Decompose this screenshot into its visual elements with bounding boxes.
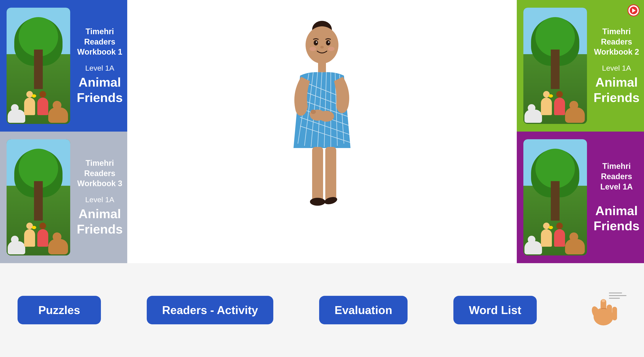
workbook2-book-title: Animal Friends bbox=[594, 74, 640, 105]
readers-activity-button[interactable]: Readers - Activity bbox=[147, 296, 273, 324]
book-cover-readers bbox=[523, 139, 587, 256]
svg-rect-37 bbox=[607, 304, 612, 320]
tree-trunk-2 bbox=[551, 50, 560, 89]
book-cover-1 bbox=[6, 8, 70, 124]
workbook3-title-line2: Friends bbox=[77, 222, 123, 236]
readers-book-title: Animal Friends bbox=[594, 203, 640, 234]
kid-2-r bbox=[554, 229, 565, 247]
workbook1-book-title: Animal Friends bbox=[77, 74, 123, 105]
svg-point-4 bbox=[306, 26, 338, 64]
notification-badge bbox=[628, 4, 640, 16]
goat-3 bbox=[8, 241, 25, 254]
center-panel bbox=[127, 0, 517, 263]
book-cover-2 bbox=[523, 8, 587, 124]
readers-title: Timehri Readers Level 1A bbox=[594, 161, 640, 192]
dog-2 bbox=[565, 108, 585, 123]
kid-1-3 bbox=[24, 229, 35, 247]
workbook3-title-line1: Animal bbox=[78, 206, 121, 221]
bird-r bbox=[548, 226, 553, 229]
book-info-readers: Timehri Readers Level 1A Animal Friends bbox=[594, 161, 640, 234]
hand-pointer-container bbox=[582, 288, 626, 332]
tree-trunk-r bbox=[551, 181, 560, 220]
svg-point-8 bbox=[328, 42, 330, 43]
girl-avatar-svg bbox=[265, 16, 379, 247]
workbook3-book-title: Animal Friends bbox=[77, 206, 123, 236]
svg-point-5 bbox=[314, 40, 318, 46]
dog-r bbox=[565, 239, 585, 254]
right-panel: Timehri Readers Workbook 2 Level 1A Anim… bbox=[517, 0, 644, 263]
goat-r bbox=[524, 241, 542, 254]
workbook3-level: Level 1A bbox=[77, 196, 123, 204]
notification-inner bbox=[630, 6, 638, 14]
bird bbox=[32, 94, 36, 98]
motion-lines bbox=[609, 292, 626, 299]
bottom-bar: Puzzles Readers - Activity Evaluation Wo… bbox=[0, 263, 644, 357]
svg-point-6 bbox=[326, 40, 330, 46]
dog bbox=[48, 108, 68, 123]
readers-title-line2: Friends bbox=[594, 219, 640, 233]
svg-point-40 bbox=[602, 300, 605, 302]
workbook3-title: Timehri Readers Workbook 3 bbox=[77, 158, 123, 189]
left-panel: Timehri Readers Workbook 1 Level 1A Anim… bbox=[0, 0, 127, 263]
kid-1-2 bbox=[541, 98, 552, 115]
svg-point-7 bbox=[316, 42, 317, 43]
workbook1-title: Timehri Readers Workbook 1 bbox=[77, 26, 123, 57]
kid-2-3 bbox=[37, 229, 48, 247]
play-icon bbox=[632, 8, 636, 13]
motion-line-3 bbox=[609, 298, 620, 299]
book-info-workbook1: Timehri Readers Workbook 1 Level 1A Anim… bbox=[77, 26, 123, 105]
avatar-character bbox=[256, 11, 388, 252]
book-info-workbook2: Timehri Readers Workbook 2 Level 1A Anim… bbox=[594, 26, 640, 105]
bird-2 bbox=[548, 94, 553, 98]
kid-1 bbox=[24, 98, 35, 115]
readers-title-line1: Animal bbox=[595, 204, 638, 218]
goat-2 bbox=[524, 110, 542, 123]
svg-point-28 bbox=[319, 111, 334, 122]
tree-trunk-3 bbox=[34, 181, 43, 220]
kid-2-2 bbox=[554, 98, 565, 115]
book-card-workbook3[interactable]: Timehri Readers Workbook 3 Level 1A Anim… bbox=[0, 132, 127, 263]
motion-line-2 bbox=[609, 295, 626, 296]
book-info-workbook3: Timehri Readers Workbook 3 Level 1A Anim… bbox=[77, 158, 123, 237]
svg-point-11 bbox=[328, 47, 334, 51]
kid-2 bbox=[37, 98, 48, 115]
workbook1-title-line1: Animal bbox=[78, 75, 121, 89]
svg-point-9 bbox=[320, 46, 324, 48]
evaluation-button[interactable]: Evaluation bbox=[319, 296, 408, 324]
book-card-workbook1[interactable]: Timehri Readers Workbook 1 Level 1A Anim… bbox=[0, 0, 127, 132]
svg-rect-31 bbox=[312, 147, 323, 202]
bird-3 bbox=[32, 226, 36, 229]
kid-1-r bbox=[541, 229, 552, 247]
book-card-readers-level1a[interactable]: Timehri Readers Level 1A Animal Friends bbox=[517, 132, 644, 263]
motion-line-1 bbox=[609, 292, 622, 294]
word-list-button[interactable]: Word List bbox=[454, 296, 537, 324]
workbook1-level: Level 1A bbox=[77, 64, 123, 72]
workbook2-level: Level 1A bbox=[594, 64, 640, 72]
svg-rect-32 bbox=[325, 147, 336, 202]
goat bbox=[8, 110, 25, 123]
workbook2-title-line2: Friends bbox=[594, 90, 640, 104]
svg-point-33 bbox=[310, 198, 325, 206]
book-cover-3 bbox=[6, 139, 70, 256]
svg-rect-38 bbox=[612, 307, 617, 320]
workbook1-title-line2: Friends bbox=[77, 90, 123, 104]
svg-point-30 bbox=[310, 110, 316, 114]
tree-trunk bbox=[34, 50, 43, 89]
book-card-workbook2[interactable]: Timehri Readers Workbook 2 Level 1A Anim… bbox=[517, 0, 644, 132]
workbook2-title-line1: Animal bbox=[595, 75, 638, 89]
workbook2-title: Timehri Readers Workbook 2 bbox=[594, 26, 640, 57]
dog-3 bbox=[48, 239, 68, 254]
svg-point-10 bbox=[310, 47, 316, 51]
main-content: Timehri Readers Workbook 1 Level 1A Anim… bbox=[0, 0, 644, 263]
puzzles-button[interactable]: Puzzles bbox=[18, 296, 101, 324]
